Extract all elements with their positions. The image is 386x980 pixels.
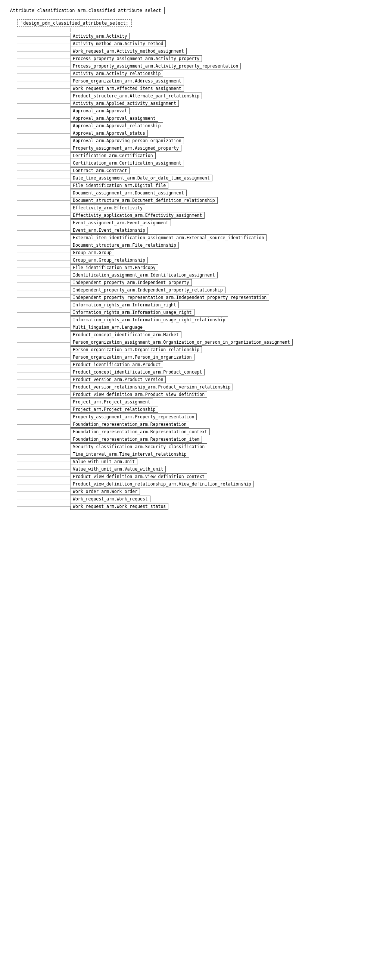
horizontal-connector <box>17 111 70 111</box>
leaf-node: Event_arm.Event_relationship <box>70 227 148 234</box>
horizontal-connector <box>17 469 70 469</box>
leaf-node: Event_assignment_arm.Event_assignment <box>70 220 171 226</box>
list-item: Approval_arm.Approval_status <box>17 130 379 137</box>
list-item: Security_classification_arm.Security_cla… <box>17 443 379 450</box>
leaf-node: Foundation_representation_arm.Representa… <box>70 428 210 435</box>
list-item: Value_with_unit_arm.Unit <box>17 458 379 465</box>
horizontal-connector <box>17 208 70 208</box>
horizontal-connector <box>17 312 70 313</box>
leaf-node: Independent_property_arm.Independent_pro… <box>70 286 225 293</box>
leaf-node: Activity_arm.Applied_activity_assignment <box>70 100 179 107</box>
horizontal-connector <box>17 267 70 268</box>
list-item: Approval_arm.Approval <box>17 108 379 114</box>
leaf-node: External_item_identification_assignment_… <box>70 234 266 241</box>
horizontal-connector <box>17 492 70 492</box>
list-item: Property_assignment_arm.Property_represe… <box>17 414 379 420</box>
list-item: Work_request_arm.Work_request <box>17 496 379 502</box>
list-item: Product_view_definition_arm.View_definit… <box>17 473 379 480</box>
leaf-node: Group_arm.Group_relationship <box>70 257 148 264</box>
list-item: Product_version_relationship_arm.Product… <box>17 383 379 390</box>
horizontal-connector <box>17 163 70 164</box>
list-item: Group_arm.Group_relationship <box>17 257 379 264</box>
leaf-node: Person_organization_arm.Organization_rel… <box>70 346 202 353</box>
leaf-node: Foundation_representation_arm.Representa… <box>70 436 202 442</box>
list-item: Product_concept_identification_arm.Marke… <box>17 331 379 338</box>
intermediate-node-wrapper: 'design_pdm_classified_attribute_select; <box>7 19 379 29</box>
horizontal-connector <box>17 380 70 380</box>
horizontal-connector <box>17 298 70 298</box>
horizontal-connector <box>17 290 70 290</box>
leaf-node: File_identification_arm.Digital_file <box>70 182 168 189</box>
leaf-node: Work_request_arm.Work_request_status <box>70 503 168 510</box>
horizontal-connector <box>17 200 70 201</box>
leaf-node: Independent_property_representation_arm.… <box>70 294 269 301</box>
leaf-node: Multi_linguism_arm.Language <box>70 324 145 331</box>
intermediate-node: 'design_pdm_classified_attribute_select; <box>17 19 132 27</box>
horizontal-connector <box>17 186 70 186</box>
list-item: Activity_arm.Applied_activity_assignment <box>17 100 379 107</box>
list-item: Approval_arm.Approval_relationship <box>17 123 379 129</box>
leaf-node: Approval_arm.Approval_assignment <box>70 115 158 122</box>
horizontal-connector <box>17 51 70 51</box>
leaf-node: Document_structure_arm.Document_definiti… <box>70 197 218 204</box>
horizontal-connector <box>17 506 70 507</box>
leaf-node: Group_arm.Group <box>70 249 114 256</box>
horizontal-connector <box>17 59 70 59</box>
leaf-node: Time_interval_arm.Time_interval_relation… <box>70 451 189 458</box>
list-item: Value_with_unit_arm.Value_with_unit <box>17 466 379 473</box>
horizontal-connector <box>17 253 70 253</box>
horizontal-connector <box>17 327 70 328</box>
list-item: Approval_arm.Approving_person_organizati… <box>17 137 379 144</box>
leaf-node: Person_organization_assignment_arm.Organ… <box>70 339 293 345</box>
leaf-node: Activity_arm.Activity_relationship <box>70 70 163 77</box>
list-item: Identification_assignment_arm.Identifica… <box>17 272 379 278</box>
list-item: Person_organization_arm.Organization_rel… <box>17 346 379 353</box>
list-item: External_item_identification_assignment_… <box>17 234 379 241</box>
list-item: Event_assignment_arm.Event_assignment <box>17 220 379 226</box>
list-item: Product_concept_identification_arm.Produ… <box>17 369 379 375</box>
horizontal-connector <box>17 223 70 223</box>
list-item: Group_arm.Group <box>17 249 379 256</box>
leaf-node: Project_arm.Project_relationship <box>70 406 158 413</box>
list-item: Document_assignment_arm.Document_assignm… <box>17 189 379 196</box>
leaf-node: Product_view_definition_arm.View_definit… <box>70 473 207 480</box>
list-item: Independent_property_arm.Independent_pro… <box>17 279 379 286</box>
horizontal-connector <box>17 424 70 425</box>
horizontal-connector <box>17 118 70 119</box>
leaf-node: Work_request_arm.Affected_items_assignme… <box>70 85 184 92</box>
list-item: Document_structure_arm.File_relationship <box>17 242 379 248</box>
list-item: Independent_property_arm.Independent_pro… <box>17 286 379 293</box>
items-container: Activity_arm.ActivityActivity_method_arm… <box>17 33 379 510</box>
leaf-node: Certification_arm.Certification_assignme… <box>70 160 184 167</box>
horizontal-connector <box>17 432 70 432</box>
list-item: Event_arm.Event_relationship <box>17 227 379 234</box>
list-item: Foundation_representation_arm.Representa… <box>17 436 379 442</box>
list-item: Product_identification_arm.Product <box>17 361 379 368</box>
horizontal-connector <box>17 409 70 410</box>
horizontal-connector <box>17 156 70 156</box>
leaf-node: Activity_method_arm.Activity_method <box>70 40 166 47</box>
horizontal-connector <box>17 342 70 343</box>
leaf-node: Process_property_assignment_arm.Activity… <box>70 63 241 69</box>
horizontal-connector <box>17 335 70 335</box>
horizontal-connector <box>17 133 70 134</box>
horizontal-connector <box>17 350 70 350</box>
horizontal-connector <box>17 73 70 74</box>
leaf-node: Work_request_arm.Activity_method_assignm… <box>70 48 187 54</box>
horizontal-connector <box>17 66 70 67</box>
leaf-node: Document_assignment_arm.Document_assignm… <box>70 189 187 196</box>
list-item: Information_rights_arm.Information_usage… <box>17 317 379 323</box>
leaf-node: Approval_arm.Approving_person_organizati… <box>70 137 184 144</box>
leaf-node: Information_rights_arm.Information_right <box>70 302 179 308</box>
leaf-node: Approval_arm.Approval <box>70 108 129 114</box>
horizontal-connector <box>17 461 70 462</box>
leaf-node: Activity_arm.Activity <box>70 33 129 40</box>
horizontal-connector <box>17 81 70 81</box>
horizontal-connector <box>17 170 70 171</box>
horizontal-connector <box>17 387 70 387</box>
list-item: Date_time_assignment_arm.Date_or_date_ti… <box>17 175 379 181</box>
list-item: Information_rights_arm.Information_right <box>17 302 379 308</box>
horizontal-connector <box>17 477 70 477</box>
list-item: Document_structure_arm.Document_definiti… <box>17 197 379 204</box>
list-item: Activity_method_arm.Activity_method <box>17 40 379 47</box>
